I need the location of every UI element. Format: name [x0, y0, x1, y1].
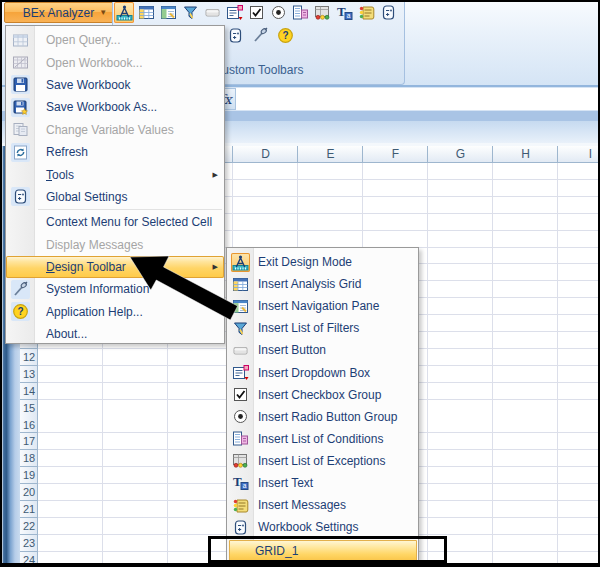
submenu-item-insert-list-of-exceptions[interactable]: Insert List of Exceptions [227, 450, 418, 472]
menu-item-label: Display Messages [46, 238, 143, 252]
submenu-item-insert-dropdown-box[interactable]: Insert Dropdown Box [227, 361, 418, 383]
toolbar-button-list-of-filters[interactable] [180, 2, 200, 23]
text-icon: Ta [232, 474, 249, 491]
submenu-item-label: Insert Navigation Pane [258, 299, 379, 313]
menu-item-tools[interactable]: Tools▶ [6, 163, 224, 185]
open-query-icon [12, 32, 29, 49]
submenu-item-exit-design-mode[interactable]: Exit Design Mode [227, 251, 418, 273]
submenu-item-label: Insert Radio Button Group [258, 410, 397, 424]
list-of-exceptions-icon [314, 4, 331, 21]
toolbar-button-navigation-pane[interactable] [158, 2, 178, 23]
submenu-item-insert-text[interactable]: TaInsert Text [227, 472, 418, 494]
submenu-item-label: Insert Analysis Grid [258, 277, 361, 291]
svg-text:a: a [346, 12, 350, 19]
global-settings-icon [227, 27, 244, 44]
toolbar-button-radio-button-group[interactable] [268, 2, 288, 23]
menu-item-label: Global Settings [46, 190, 127, 204]
menu-item-open-query[interactable]: Open Query... [6, 29, 224, 51]
menu-item-system-information[interactable]: System Information [6, 278, 224, 300]
bex-analyzer-button-label: BEx Analyzer [23, 6, 94, 20]
row-header-17[interactable]: 17 [20, 433, 38, 450]
submenu-item-insert-radio-button-group[interactable]: Insert Radio Button Group [227, 406, 418, 428]
row-header-12[interactable]: 12 [20, 349, 38, 366]
row-header-23[interactable]: 23 [20, 535, 38, 552]
submenu-item-label: Insert List of Filters [258, 321, 359, 335]
toolbar-button-design-mode[interactable] [114, 2, 134, 23]
menu-item-label: Design Toolbar [46, 260, 126, 274]
menu-item-change-variable-values[interactable]: Change Variable Values [6, 119, 224, 141]
toolbar-button-list-of-exceptions[interactable] [312, 2, 332, 23]
toolbar-button-application-help[interactable]: ? [275, 25, 295, 46]
toolbar-button-workbook-settings[interactable] [378, 2, 398, 23]
column-header-h[interactable]: H [493, 146, 558, 163]
submenu-item-workbook-settings[interactable]: Workbook Settings [227, 516, 418, 538]
toolbar-button-text[interactable]: Ta [334, 2, 354, 23]
global-settings-icon [12, 188, 29, 205]
radio-button-group-icon [270, 4, 287, 21]
row-header-16[interactable]: 16 [20, 417, 38, 434]
row-header-18[interactable]: 18 [20, 450, 38, 467]
design-toolbar: Ta [114, 2, 398, 23]
dropdown-box-icon [232, 364, 249, 381]
svg-text:?: ? [17, 307, 23, 318]
toolbar-button-list-of-conditions[interactable] [290, 2, 310, 23]
submenu-arrow-icon: ▶ [213, 171, 218, 179]
submenu-item-insert-analysis-grid[interactable]: Insert Analysis Grid [227, 273, 418, 295]
menu-item-about[interactable]: About... [6, 323, 224, 345]
checkbox-group-icon [248, 4, 265, 21]
column-header-g[interactable]: G [428, 146, 493, 163]
toolbar-button-global-settings[interactable] [225, 25, 245, 46]
row-header-22[interactable]: 22 [20, 518, 38, 535]
menu-item-context-menu-for-selected-cell[interactable]: Context Menu for Selected Cell [6, 211, 224, 233]
analysis-grid-icon [138, 4, 155, 21]
refresh-icon [12, 144, 29, 161]
list-of-conditions-icon [232, 430, 249, 447]
menu-item-save-workbook-as[interactable]: Save Workbook As... [6, 96, 224, 118]
menu-item-application-help[interactable]: ?Application Help... [6, 301, 224, 323]
button-icon [232, 342, 249, 359]
toolbar-button-dropdown-box[interactable] [224, 2, 244, 23]
submenu-item-label: Workbook Settings [258, 520, 359, 534]
dropdown-box-icon [226, 4, 243, 21]
toolbar-button-messages[interactable] [356, 2, 376, 23]
row-header-15[interactable]: 15 [20, 400, 38, 417]
row-header-13[interactable]: 13 [20, 366, 38, 383]
menu-item-design-toolbar[interactable]: Design Toolbar▶ [6, 256, 224, 278]
submenu-item-insert-navigation-pane[interactable]: Insert Navigation Pane [227, 295, 418, 317]
column-header-e[interactable]: E [298, 146, 363, 163]
row-header-20[interactable]: 20 [20, 484, 38, 501]
submenu-item-insert-messages[interactable]: Insert Messages [227, 494, 418, 516]
submenu-item-insert-checkbox-group[interactable]: Insert Checkbox Group [227, 384, 418, 406]
menu-item-refresh[interactable]: Refresh [6, 141, 224, 163]
column-header-i[interactable]: I [558, 146, 600, 163]
row-header-14[interactable]: 14 [20, 383, 38, 400]
toolbar-button-button[interactable] [202, 2, 222, 23]
submenu-item-label: Exit Design Mode [258, 255, 352, 269]
navigation-pane-icon [232, 298, 249, 315]
menu-item-display-messages[interactable]: Display Messages [6, 234, 224, 256]
submenu-item-insert-list-of-conditions[interactable]: Insert List of Conditions [227, 428, 418, 450]
menu-item-global-settings[interactable]: Global Settings [6, 186, 224, 208]
submenu-item-label: Insert Checkbox Group [258, 388, 381, 402]
row-header-21[interactable]: 21 [20, 501, 38, 518]
menu-item-label: Open Workbook... [46, 56, 143, 70]
column-header-d[interactable]: D [233, 146, 298, 163]
messages-icon [358, 4, 375, 21]
analysis-toolbar: ? [225, 25, 295, 46]
save-workbook-icon [12, 76, 29, 93]
messages-icon [232, 497, 249, 514]
list-of-exceptions-icon [232, 452, 249, 469]
formula-input[interactable] [236, 88, 598, 110]
column-header-f[interactable]: F [363, 146, 428, 163]
submenu-item-insert-list-of-filters[interactable]: Insert List of Filters [227, 317, 418, 339]
row-header-19[interactable]: 19 [20, 467, 38, 484]
submenu-item-label: Insert Text [258, 476, 313, 490]
bex-analyzer-menu-button[interactable]: BEx Analyzer ▼ [4, 2, 114, 23]
toolbar-button-analysis-grid[interactable] [136, 2, 156, 23]
menu-item-save-workbook[interactable]: Save Workbook [6, 74, 224, 96]
submenu-item-insert-button[interactable]: Insert Button [227, 339, 418, 361]
menu-item-open-workbook[interactable]: Open Workbook... [6, 51, 224, 73]
toolbar-button-checkbox-group[interactable] [246, 2, 266, 23]
row-header-24[interactable]: 24 [20, 552, 38, 567]
toolbar-button-system-information[interactable] [250, 25, 270, 46]
